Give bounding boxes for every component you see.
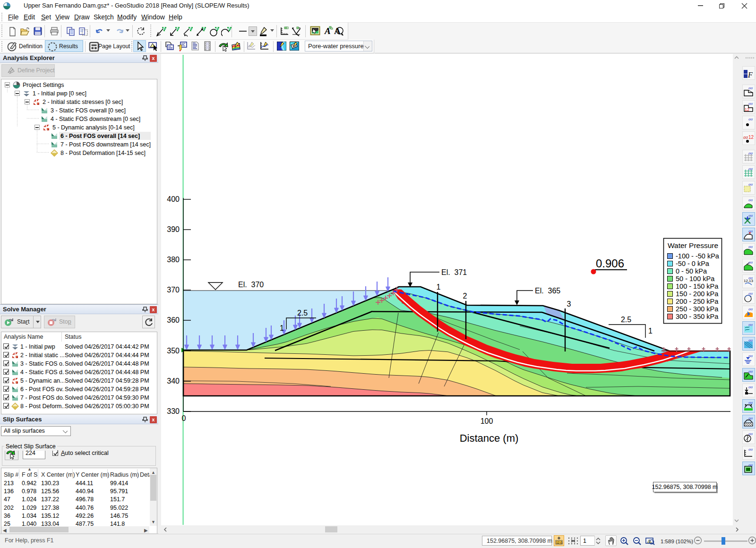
svg-text:σσ: σσ <box>748 166 753 171</box>
svg-text:1: 1 <box>437 283 441 291</box>
svg-text:σσ: σσ <box>743 135 748 140</box>
svg-text:σσ: σσ <box>748 307 753 311</box>
svg-text:12: 12 <box>748 135 754 140</box>
svg-text:3: 3 <box>567 300 571 308</box>
svg-text:12: 12 <box>745 107 749 112</box>
svg-text:σσ: σσ <box>748 117 753 121</box>
svg-text:El. 365: El. 365 <box>535 287 560 295</box>
svg-text:2.5: 2.5 <box>621 316 631 324</box>
svg-text:152.96875, 308.70998 m: 152.96875, 308.70998 m <box>652 484 717 490</box>
svg-text:σσ: σσ <box>748 86 753 90</box>
svg-text:σσ: σσ <box>748 275 753 280</box>
svg-text:150 - 200 kPa: 150 - 200 kPa <box>676 290 719 298</box>
svg-text:σσ: σσ <box>748 260 753 265</box>
svg-text:12,0,1: 12,0,1 <box>556 541 563 544</box>
svg-text:400: 400 <box>167 195 180 203</box>
svg-text:390: 390 <box>167 225 180 233</box>
svg-text:σσ: σσ <box>748 369 753 374</box>
svg-text:360: 360 <box>167 316 180 324</box>
svg-text:2.5: 2.5 <box>297 309 308 317</box>
svg-text:370: 370 <box>167 286 180 294</box>
svg-text:380: 380 <box>167 256 180 264</box>
svg-text:Distance (m): Distance (m) <box>460 432 519 444</box>
svg-text:0 - 50 kPa: 0 - 50 kPa <box>676 267 707 275</box>
svg-text:50 - 100 kPa: 50 - 100 kPa <box>676 275 715 283</box>
svg-text:El. 370: El. 370 <box>238 281 264 289</box>
svg-text:σσ: σσ <box>748 229 753 233</box>
svg-text:2: 2 <box>463 292 467 300</box>
svg-text:1: 1 <box>280 324 284 332</box>
svg-text:250 - 300 kPa: 250 - 300 kPa <box>676 305 719 313</box>
svg-text:σσ: σσ <box>748 101 753 106</box>
svg-text:0: 0 <box>182 414 186 422</box>
svg-text:σσ: σσ <box>748 151 753 155</box>
svg-text:σσ: σσ <box>748 447 753 452</box>
svg-text:100 - 150 kPa: 100 - 150 kPa <box>676 283 719 290</box>
svg-text:100: 100 <box>481 417 493 425</box>
svg-text:σσ: σσ <box>748 244 753 249</box>
svg-text:σσ: σσ <box>748 322 753 327</box>
svg-text:σσ: σσ <box>748 291 753 296</box>
svg-text:330: 330 <box>167 407 180 415</box>
svg-text:340: 340 <box>167 377 180 385</box>
svg-text:σσ: σσ <box>748 416 753 420</box>
svg-text:300 - 350 kPa: 300 - 350 kPa <box>676 313 719 320</box>
svg-text:0.906: 0.906 <box>596 257 624 270</box>
svg-text:1: 1 <box>648 327 653 335</box>
svg-text:σσ: σσ <box>748 338 753 342</box>
svg-text:σσ: σσ <box>748 385 753 389</box>
svg-text:σσ: σσ <box>748 431 753 436</box>
svg-text:σσ: σσ <box>748 353 753 358</box>
svg-text:σσ: σσ <box>748 462 753 467</box>
svg-text:F: F <box>747 71 753 79</box>
svg-text:Water Pressure: Water Pressure <box>668 241 718 249</box>
svg-text:200 - 250 kPa: 200 - 250 kPa <box>676 298 719 305</box>
svg-text:El. 371: El. 371 <box>441 268 467 276</box>
svg-text:-100 - -50 kPa: -100 - -50 kPa <box>676 252 720 260</box>
svg-text:σσ: σσ <box>748 213 753 218</box>
svg-text:350: 350 <box>167 347 180 355</box>
svg-text:σσ: σσ <box>748 400 753 405</box>
svg-text:-50 - 0 kPa: -50 - 0 kPa <box>676 260 710 267</box>
svg-text:σσ: σσ <box>748 197 753 202</box>
svg-text:σσ: σσ <box>748 182 753 187</box>
